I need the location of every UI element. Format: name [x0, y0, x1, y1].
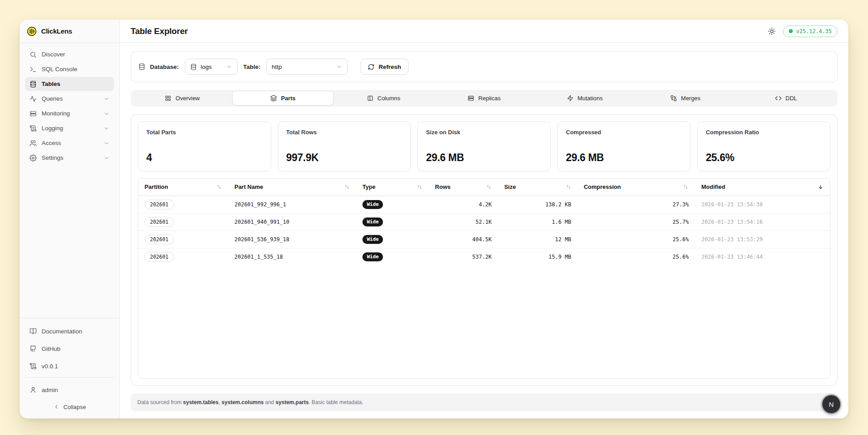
sort-icon: [344, 184, 350, 190]
brand-name: ClickLens: [41, 27, 72, 35]
modified-cell: 2026-01-23 13:54:38: [695, 196, 830, 213]
layers-icon: [270, 95, 277, 102]
app-window: ClickLens Discover SQL Console Tables Qu…: [20, 20, 848, 418]
database-icon: [190, 64, 197, 70]
sort-icon: [683, 184, 689, 190]
table-row[interactable]: 202601 202601_1_535_18 Wide 537.2K 15.9 …: [138, 248, 830, 265]
chevron-down-icon: [103, 96, 110, 102]
chevron-down-icon: [226, 64, 232, 70]
server-icon: [468, 95, 474, 102]
column-header-size[interactable]: Size: [498, 179, 578, 196]
content: Database: logs Table: http Refresh: [120, 43, 848, 418]
tab-mutations[interactable]: Mutations: [534, 91, 635, 105]
grid-icon: [165, 95, 171, 102]
floating-n-button[interactable]: N: [822, 395, 840, 413]
tab-merges[interactable]: Merges: [635, 91, 736, 105]
collapse-button[interactable]: Collapse: [25, 400, 114, 414]
sidebar-item-label: Access: [42, 140, 61, 146]
partition-badge: 202601: [145, 217, 174, 227]
chevron-down-icon: [336, 64, 342, 70]
sidebar-item-version[interactable]: v0.0.1: [25, 358, 114, 374]
sidebar-item-label: Documentation: [42, 328, 82, 335]
part-name-cell: 202601_1_535_18: [228, 248, 356, 265]
user-icon: [30, 386, 37, 393]
table-select[interactable]: http: [266, 59, 348, 75]
sidebar-item-discover[interactable]: Discover: [25, 47, 114, 61]
sidebar-item-label: Discover: [42, 51, 65, 58]
part-name-cell: 202601_536_939_18: [228, 230, 356, 248]
chevron-down-icon: [103, 125, 110, 132]
partition-badge: 202601: [145, 252, 174, 262]
sidebar-item-tables[interactable]: Tables: [25, 77, 114, 91]
chevron-down-icon: [103, 155, 110, 161]
sidebar-item-queries[interactable]: Queries: [25, 92, 114, 106]
toolbar: Database: logs Table: http Refresh: [131, 51, 838, 82]
github-icon: [30, 345, 37, 352]
size-cell: 138.2 KB: [498, 196, 578, 213]
sidebar-item-monitoring[interactable]: Monitoring: [25, 107, 114, 120]
database-select-value: logs: [201, 64, 212, 70]
scroll-icon: [30, 125, 37, 132]
part-name-cell: 202601_992_996_1: [228, 196, 356, 213]
tab-overview[interactable]: Overview: [132, 91, 233, 105]
stat-cards: Total Parts 4 Total Rows 997.9K Size on …: [138, 121, 830, 171]
type-badge: Wide: [362, 252, 383, 261]
parts-table-container: Partition Part Name Type Rows Size Compr…: [138, 178, 830, 379]
sidebar-item-sql-console[interactable]: SQL Console: [25, 62, 114, 76]
rows-cell: 537.2K: [429, 248, 498, 265]
sidebar-item-logging[interactable]: Logging: [25, 121, 114, 135]
table-row[interactable]: 202601 202601_940_991_10 Wide 52.1K 1.6 …: [138, 213, 830, 230]
gear-icon: [30, 154, 37, 162]
tab-columns[interactable]: Columns: [333, 91, 434, 105]
sidebar-item-label: Monitoring: [42, 110, 70, 117]
database-icon: [30, 81, 37, 88]
activity-icon: [30, 95, 37, 102]
tab-ddl[interactable]: DDL: [736, 91, 836, 105]
code-icon: [775, 95, 782, 102]
sidebar-user[interactable]: admin: [25, 382, 114, 397]
tab-parts[interactable]: Parts: [233, 91, 333, 105]
table-row[interactable]: 202601 202601_992_996_1 Wide 4.2K 138.2 …: [138, 196, 830, 213]
table-row[interactable]: 202601 202601_536_939_18 Wide 404.5K 12 …: [138, 230, 830, 248]
part-name-cell: 202601_940_991_10: [228, 213, 356, 230]
refresh-button[interactable]: Refresh: [361, 59, 408, 75]
theme-toggle-button[interactable]: [768, 27, 776, 35]
type-badge: Wide: [362, 235, 383, 244]
column-header-modified[interactable]: Modified: [695, 179, 830, 196]
size-cell: 12 MB: [498, 230, 578, 248]
sidebar-item-label: Queries: [42, 95, 63, 102]
sidebar-item-label: SQL Console: [42, 66, 77, 72]
database-select[interactable]: logs: [185, 59, 238, 75]
merge-icon: [670, 95, 677, 102]
sidebar-item-label: Settings: [42, 154, 64, 161]
sort-icon: [486, 184, 492, 190]
column-header-type[interactable]: Type: [356, 179, 429, 196]
collapse-label: Collapse: [64, 404, 86, 410]
table-select-value: http: [272, 64, 282, 70]
sidebar-item-github[interactable]: GitHub: [25, 341, 114, 356]
version-text: v25.12.4.35: [796, 28, 832, 34]
sidebar-item-label: GitHub: [42, 345, 60, 352]
rows-cell: 52.1K: [429, 213, 498, 230]
stat-card-compressed: Compressed 29.6 MB: [557, 121, 691, 171]
sidebar-item-documentation[interactable]: Documentation: [25, 324, 114, 339]
sort-desc-icon: [817, 184, 824, 190]
stat-card-total-parts: Total Parts 4: [138, 121, 271, 171]
compression-cell: 25.7%: [578, 213, 695, 230]
chevron-down-icon: [103, 140, 110, 146]
parts-panel: Total Parts 4 Total Rows 997.9K Size on …: [131, 114, 838, 386]
column-header-rows[interactable]: Rows: [429, 179, 498, 196]
tab-bar: Overview Parts Columns Replicas Mutation…: [131, 90, 838, 107]
sidebar-item-settings[interactable]: Settings: [25, 151, 114, 165]
column-header-part-name[interactable]: Part Name: [228, 179, 356, 196]
header-actions: v25.12.4.35: [768, 26, 838, 37]
sidebar-brand: ClickLens: [20, 20, 119, 43]
chevron-left-icon: [53, 404, 60, 410]
sidebar-item-access[interactable]: Access: [25, 136, 114, 150]
column-header-partition[interactable]: Partition: [138, 179, 228, 196]
column-header-compression[interactable]: Compression: [578, 179, 695, 196]
sidebar-nav: Discover SQL Console Tables Queries Moni…: [20, 43, 119, 166]
terminal-icon: [30, 66, 37, 73]
sun-icon: [768, 27, 776, 35]
tab-replicas[interactable]: Replicas: [434, 91, 535, 105]
